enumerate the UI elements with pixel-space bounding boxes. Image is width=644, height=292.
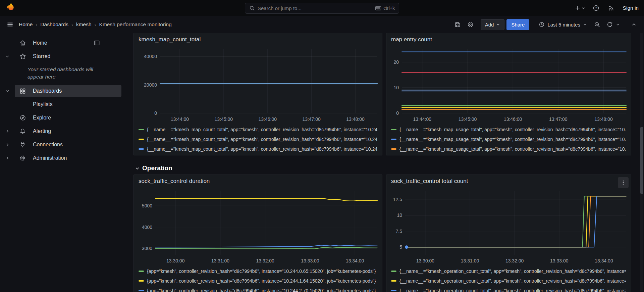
sidebar-item-home[interactable]: Home (0, 36, 126, 50)
svg-text:5: 5 (399, 244, 402, 250)
series-color-swatch (139, 290, 144, 291)
refresh-interval-caret[interactable] (614, 19, 621, 30)
svg-text:40000: 40000 (144, 54, 157, 59)
legend-item[interactable]: {app="kmesh", controller_revision_hash="… (139, 266, 377, 276)
kebab-icon (621, 180, 626, 185)
series-label: {__name__="kmesh_map_count_total", app="… (147, 127, 377, 132)
sidebar-item-dashboards[interactable]: Dashboards (0, 84, 126, 98)
starred-empty-note: Your starred dashboards will appear here (28, 66, 105, 81)
series-label: {__name__="kmesh_map_count_total", app="… (147, 146, 377, 152)
chevron-right-icon[interactable] (5, 129, 10, 134)
panel-sock-traffic-control-total-count: sock_traffic_control total count 13:30:0… (386, 175, 631, 292)
panel-header[interactable]: sock_traffic_control duration (134, 175, 382, 188)
sidebar-item-label: Playlists (33, 101, 53, 107)
grafana-logo[interactable] (5, 3, 15, 13)
time-series-chart: 13:30:0013:31:0013:32:0013:33:0013:34:00… (386, 188, 631, 265)
panel-menu-button[interactable] (618, 177, 629, 188)
legend-item[interactable]: {__name__="kmesh_map_usage_total", app="… (391, 125, 626, 134)
breadcrumb-folder[interactable]: kmesh (76, 21, 92, 28)
time-series-chart: 13:44:0013:45:0013:46:0013:47:0013:48:00… (134, 46, 382, 123)
legend-item[interactable]: {__name__="kmesh_map_count_total", app="… (139, 134, 377, 144)
legend-item[interactable]: {__name__="kmesh_map_count_total", app="… (139, 144, 377, 154)
sidebar-item-explore[interactable]: Explore (0, 111, 126, 125)
mega-menu-toggle[interactable] (5, 19, 15, 30)
share-button[interactable]: Share (506, 19, 529, 30)
panel-header[interactable]: map entry count (386, 33, 631, 46)
legend-item[interactable]: {__name__="kmesh_map_usage_total", app="… (391, 154, 626, 155)
dashboards-grid-icon (19, 88, 26, 94)
chevron-right-icon[interactable] (5, 156, 10, 160)
sidebar-item-connections[interactable]: Connections (0, 138, 126, 151)
news-button[interactable] (606, 3, 617, 13)
scrollbar-thumb[interactable] (640, 127, 643, 194)
breadcrumb-home[interactable]: Home (19, 21, 33, 28)
row-title: Operation (142, 164, 172, 172)
chevron-down-icon[interactable] (5, 89, 10, 93)
sign-in-link[interactable]: Sign in (623, 5, 639, 11)
zoom-out-button[interactable] (592, 19, 602, 30)
search-input[interactable] (258, 5, 372, 11)
collapse-toolbar-button[interactable] (629, 19, 639, 30)
row-operation-toggle[interactable]: Operation (135, 164, 172, 172)
svg-text:13:34:00: 13:34:00 (346, 258, 364, 263)
dashboard-settings-button[interactable] (465, 19, 476, 30)
svg-text:13:30:00: 13:30:00 (166, 258, 185, 263)
series-label: {__name__="kmesh_map_count_total", app="… (147, 137, 377, 142)
series-label: {__name__="kmesh_operation_count_total",… (399, 269, 626, 274)
save-icon (454, 21, 461, 28)
svg-text:20: 20 (393, 59, 399, 65)
page-scrollbar[interactable] (640, 33, 643, 291)
chevron-right-icon[interactable] (5, 142, 10, 147)
svg-text:13:33:00: 13:33:00 (550, 258, 569, 263)
time-range-picker[interactable]: Last 5 minutes (536, 19, 590, 30)
legend-item[interactable]: {__name__="kmesh_map_usage_total", app="… (391, 144, 626, 154)
series-label: {__name__="kmesh_map_usage_total", app="… (399, 146, 626, 152)
sidebar-item-alerting[interactable]: Alerting (0, 125, 126, 138)
breadcrumb-dashboards[interactable]: Dashboards (40, 21, 68, 28)
dock-sidebar-icon[interactable] (94, 40, 100, 46)
compass-icon (19, 114, 26, 121)
legend-item[interactable]: {__name__="kmesh_map_usage_total", app="… (391, 134, 626, 144)
gear-icon (467, 21, 474, 28)
legend-item[interactable]: {__name__="kmesh_map_count_total", app="… (139, 125, 377, 134)
add-button[interactable]: Add (481, 19, 505, 30)
breadcrumb-separator: › (95, 22, 96, 28)
legend-item[interactable]: {app="kmesh", controller_revision_hash="… (139, 286, 377, 292)
panel-title: kmesh_map_count_total (139, 36, 201, 43)
svg-text:20000: 20000 (144, 82, 157, 88)
breadcrumb-current-page: Kmesh performance monitoring (99, 21, 172, 28)
legend-item[interactable]: {app="kmesh", controller_revision_hash="… (139, 276, 377, 286)
sidebar-item-starred[interactable]: Starred (0, 50, 126, 63)
breadcrumb-separator: › (71, 22, 73, 28)
panel-header[interactable]: sock_traffic_control total count (386, 175, 631, 188)
save-dashboard-button[interactable] (452, 19, 463, 30)
chevron-down-icon (616, 22, 620, 27)
chart-plot-area: 13:44:0013:45:0013:46:0013:47:0013:48:00… (134, 46, 382, 123)
sidebar-item-administration[interactable]: Administration (0, 151, 126, 165)
legend-item[interactable]: {__name__="kmesh_operation_count_total",… (391, 286, 626, 292)
sidebar-item-playlists[interactable]: Playlists (0, 98, 126, 111)
dashboard-toolbar: Add Share Last 5 minutes (452, 19, 639, 30)
chevron-down-icon (135, 166, 140, 171)
search-bar[interactable]: ctrl+k (245, 3, 399, 14)
series-label: {app="kmesh", controller_revision_hash="… (147, 288, 376, 292)
svg-text:7.5: 7.5 (396, 229, 402, 234)
help-button[interactable]: ? (591, 3, 601, 13)
sidebar-item-label: Connections (33, 142, 63, 148)
time-range-label: Last 5 minutes (547, 22, 580, 28)
time-series-chart: 13:44:0013:45:0013:46:0013:47:0013:48:00… (386, 46, 631, 123)
chevron-down-icon[interactable] (5, 54, 10, 59)
plug-icon (19, 141, 26, 148)
refresh-button[interactable] (604, 19, 615, 30)
search-icon (249, 5, 255, 11)
panel-title: sock_traffic_control duration (139, 178, 210, 185)
legend-item[interactable]: {__name__="kmesh_operation_count_total",… (391, 276, 626, 286)
question-circle-icon: ? (593, 5, 599, 11)
panel-header[interactable]: kmesh_map_count_total (134, 33, 382, 46)
legend-item[interactable]: {__name__="kmesh_operation_count_total",… (391, 266, 626, 276)
sidebar-item-label: Administration (33, 155, 67, 161)
svg-text:5000: 5000 (142, 203, 152, 208)
svg-text:?: ? (595, 6, 597, 10)
new-menu-button[interactable] (574, 3, 586, 13)
star-icon (19, 53, 26, 60)
